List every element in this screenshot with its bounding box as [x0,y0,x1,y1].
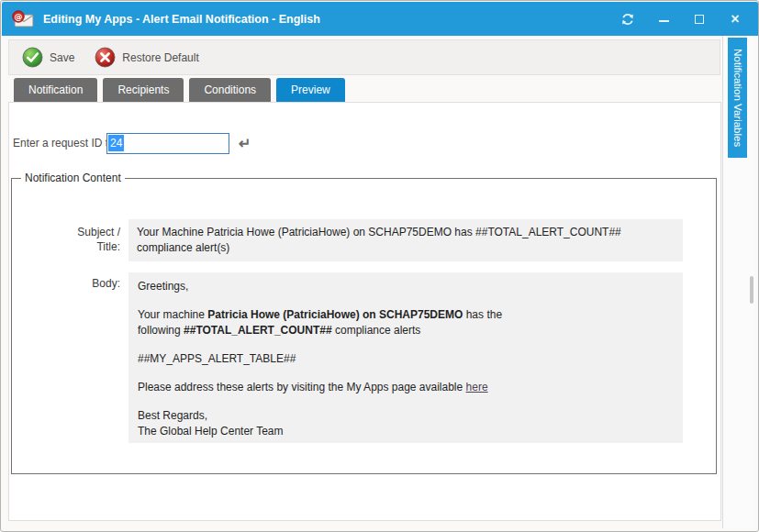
subject-title-label: Subject / Title: [56,225,120,254]
tab-notification[interactable]: Notification [14,78,97,102]
close-icon: × [731,12,739,27]
preview-tab-page: Enter a request ID t 24 ↵ Notification C… [8,102,721,521]
minimize-button[interactable] [655,10,672,28]
body-greeting: Greetings, [138,279,674,294]
dialog-window: @ Editing My Apps - Alert Email Notifica… [0,0,759,532]
body-cta: Please address these alerts by visiting … [138,380,674,395]
request-id-label: Enter a request ID t [13,137,108,150]
notification-variables-tab[interactable]: Notification Variables [728,38,747,158]
maximize-button[interactable] [691,10,708,28]
save-check-icon [22,47,43,68]
tab-preview[interactable]: Preview [276,78,345,102]
side-panel: Notification Variables [722,36,754,528]
body-table-token: ##MY_APPS_ALERT_TABLE## [138,351,674,367]
notification-content-group: Notification Content Subject / Title: Yo… [11,172,717,474]
body-paragraph: Your machine Patricia Howe (PatriciaHowe… [138,307,674,338]
save-label: Save [50,51,74,64]
body-value: Greetings, Your machine Patricia Howe (P… [128,272,683,443]
refresh-icon[interactable] [619,10,636,28]
group-title: Notification Content [21,172,125,184]
enter-key-icon: ↵ [239,135,251,152]
subject-value: Your Machine Patricia Howe (PatriciaHowe… [128,219,683,261]
request-id-input[interactable]: 24 [106,133,229,154]
save-button[interactable]: Save [22,47,74,68]
window-title: Editing My Apps - Alert Email Notificati… [43,13,320,26]
here-link[interactable]: here [466,381,488,393]
request-id-selected-text: 24 [108,135,124,151]
restore-default-button[interactable]: Restore Default [95,47,198,68]
titlebar: @ Editing My Apps - Alert Email Notifica… [2,2,758,36]
alert-email-app-icon: @ [11,10,35,28]
restore-default-label: Restore Default [122,51,198,64]
tab-recipients[interactable]: Recipients [103,78,184,102]
toolbar: Save Restore Default [8,39,720,75]
close-button[interactable]: × [727,10,743,28]
svg-text:@: @ [15,12,23,21]
tab-conditions[interactable]: Conditions [189,78,271,102]
body-label: Body: [56,276,120,291]
body-signoff: Best Regards, The Global Help Center Tea… [138,408,674,439]
vertical-scrollbar-thumb[interactable] [750,276,753,304]
tabstrip: Notification Recipients Conditions Previ… [8,78,345,102]
restore-x-icon [95,47,116,68]
